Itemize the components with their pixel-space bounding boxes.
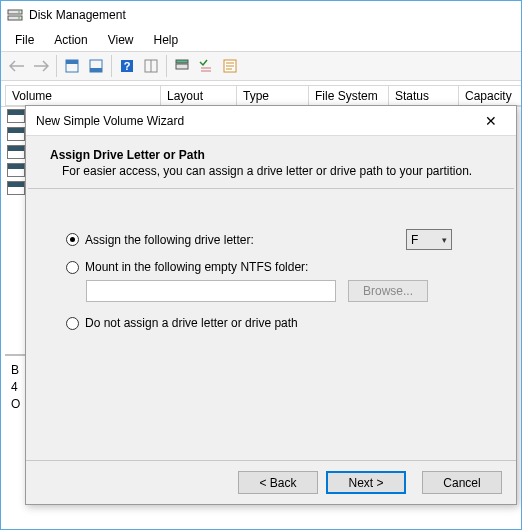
browse-button: Browse... — [348, 280, 428, 302]
menu-action[interactable]: Action — [46, 31, 95, 49]
dialog-titlebar: New Simple Volume Wizard ✕ — [26, 106, 516, 136]
svg-rect-13 — [176, 60, 188, 63]
radio-label: Mount in the following empty NTFS folder… — [85, 260, 308, 274]
toolbar-divider — [111, 55, 112, 77]
menu-file[interactable]: File — [7, 31, 42, 49]
svg-rect-0 — [8, 10, 22, 14]
dialog-footer: < Back Next > Cancel — [26, 460, 516, 504]
drive-icon — [7, 127, 25, 141]
dialog-body: Assign the following drive letter: F ▾ M… — [26, 189, 516, 350]
window-titlebar: Disk Management — [1, 1, 521, 29]
menu-view[interactable]: View — [100, 31, 142, 49]
refresh-icon[interactable] — [139, 54, 163, 78]
mount-path-row: Browse... — [66, 280, 492, 302]
new-volume-wizard-dialog: New Simple Volume Wizard ✕ Assign Drive … — [25, 105, 517, 505]
radio-icon — [66, 233, 79, 246]
col-capacity[interactable]: Capacity — [459, 85, 521, 106]
radio-mount-folder[interactable]: Mount in the following empty NTFS folder… — [66, 260, 308, 274]
col-type[interactable]: Type — [237, 85, 309, 106]
menu-help[interactable]: Help — [146, 31, 187, 49]
option-no-assign: Do not assign a drive letter or drive pa… — [66, 316, 492, 330]
dialog-header: Assign Drive Letter or Path For easier a… — [26, 136, 516, 188]
radio-label: Do not assign a drive letter or drive pa… — [85, 316, 298, 330]
window-title: Disk Management — [29, 8, 126, 22]
panel-bottom-icon[interactable] — [84, 54, 108, 78]
svg-rect-1 — [8, 16, 22, 20]
svg-text:?: ? — [124, 60, 131, 72]
volumes-header: Volume Layout Type File System Status Ca… — [1, 85, 521, 107]
next-button[interactable]: Next > — [326, 471, 406, 494]
col-status[interactable]: Status — [389, 85, 459, 106]
forward-icon — [29, 54, 53, 78]
properties-icon[interactable] — [218, 54, 242, 78]
cancel-button[interactable]: Cancel — [422, 471, 502, 494]
col-filesystem[interactable]: File System — [309, 85, 389, 106]
radio-no-assign[interactable]: Do not assign a drive letter or drive pa… — [66, 316, 298, 330]
drive-letter-value: F — [411, 233, 418, 247]
back-icon — [5, 54, 29, 78]
svg-point-3 — [18, 17, 20, 19]
mount-path-input — [86, 280, 336, 302]
toolbar-divider — [56, 55, 57, 77]
panel-top-icon[interactable] — [60, 54, 84, 78]
col-layout[interactable]: Layout — [161, 85, 237, 106]
radio-assign-letter[interactable]: Assign the following drive letter: — [66, 233, 254, 247]
back-button[interactable]: < Back — [238, 471, 318, 494]
drive-letter-select[interactable]: F ▾ — [406, 229, 452, 250]
option-assign-letter: Assign the following drive letter: F ▾ — [66, 229, 492, 250]
svg-rect-7 — [90, 68, 102, 72]
help-icon[interactable]: ? — [115, 54, 139, 78]
drive-icon — [7, 145, 25, 159]
chevron-down-icon: ▾ — [442, 235, 447, 245]
svg-rect-5 — [66, 60, 78, 64]
dialog-heading: Assign Drive Letter or Path — [50, 148, 492, 162]
app-icon — [7, 7, 23, 23]
dialog-title: New Simple Volume Wizard — [36, 114, 476, 128]
disk-action-icon[interactable] — [170, 54, 194, 78]
radio-label: Assign the following drive letter: — [85, 233, 254, 247]
drive-icon — [7, 163, 25, 177]
svg-rect-12 — [176, 64, 188, 69]
drive-icon — [7, 109, 25, 123]
dialog-subheading: For easier access, you can assign a driv… — [62, 164, 492, 178]
toolbar-divider — [166, 55, 167, 77]
radio-icon — [66, 261, 79, 274]
col-volume[interactable]: Volume — [5, 85, 161, 106]
option-mount-folder: Mount in the following empty NTFS folder… — [66, 260, 492, 274]
radio-icon — [66, 317, 79, 330]
toolbar: ? — [1, 51, 521, 81]
menubar: File Action View Help — [1, 29, 521, 51]
checklist-icon[interactable] — [194, 54, 218, 78]
svg-point-2 — [18, 11, 20, 13]
close-icon[interactable]: ✕ — [476, 113, 506, 129]
drive-icon — [7, 181, 25, 195]
